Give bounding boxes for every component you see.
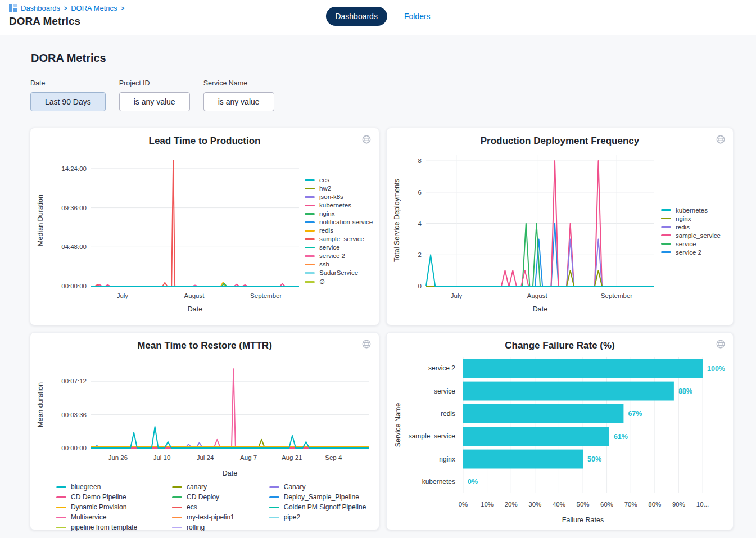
svg-text:67%: 67% [628,410,642,418]
legend-item[interactable]: redis [661,224,721,230]
legend-item[interactable]: ecs [172,503,234,511]
svg-text:Median Duration: Median Duration [37,195,44,246]
legend-label: service 2 [676,249,701,256]
legend-swatch [56,527,66,528]
legend-item[interactable]: pipeline from template [56,523,137,531]
legend-label: CD Demo Pipeline [71,493,126,501]
svg-text:Aug 7: Aug 7 [240,454,257,461]
lead-time-chart: 00:00:0004:48:0009:36:0014:24:00JulyAugu… [35,147,304,315]
legend-item[interactable]: hw2 [305,185,373,192]
legend-swatch [305,230,315,232]
legend-item[interactable]: sample_service [661,232,721,239]
svg-text:60%: 60% [600,501,613,508]
svg-text:Date: Date [223,469,237,477]
tab-dashboards[interactable]: Dashboards [325,7,387,26]
legend-item[interactable]: Dynamic Provision [56,503,137,511]
deployment-frequency-legend: kubernetesnginxredissample_serviceservic… [661,207,721,256]
legend-item[interactable]: ∅ [305,278,373,286]
legend-item[interactable]: service 2 [661,249,721,256]
legend-swatch [305,238,315,240]
breadcrumb-link-dora-metrics[interactable]: DORA Metrics [71,4,117,12]
legend-swatch [269,486,279,488]
legend-label: service 2 [319,252,345,259]
filter-project-id-label: Project ID [119,79,190,87]
legend-item[interactable]: Golden PM Signoff Pipeline [269,503,366,511]
svg-text:61%: 61% [614,433,628,441]
legend-label: service [676,241,696,247]
legend-item[interactable]: pipe2 [269,513,366,521]
filter-service-name-label: Service Name [203,79,274,87]
view-tabs: Dashboards Folders [325,7,430,26]
legend-item[interactable]: service 2 [305,252,373,259]
legend-item[interactable]: service [305,244,373,251]
legend-label: sample_service [319,236,364,242]
svg-text:8: 8 [418,157,422,164]
legend-item[interactable]: CD Deploy [172,493,234,501]
legend-swatch [305,196,315,198]
legend-item[interactable]: json-k8s [305,193,373,200]
svg-text:Service Name: Service Name [394,403,402,447]
legend-item[interactable]: nginx [305,210,373,217]
legend-label: nginx [676,215,691,222]
legend-label: Golden PM Signoff Pipeline [284,503,366,511]
mttr-title: Mean Time to Restore (MTTR) [35,340,374,351]
filter-service-name-value[interactable]: is any value [203,92,274,111]
legend-item[interactable]: ecs [305,177,373,183]
legend-swatch [305,272,315,274]
cards-grid: Lead Time to Production 00:00:0004:48:00… [30,128,726,530]
legend-item[interactable]: CD Demo Pipeline [56,493,137,501]
legend-item[interactable]: Multiservice [56,513,137,521]
svg-text:50%: 50% [587,455,601,463]
legend-label: canary [187,483,207,491]
svg-text:40%: 40% [553,501,565,508]
legend-item[interactable]: rolling [172,523,234,531]
legend-swatch [56,517,66,518]
legend-label: kubernetes [319,202,351,209]
legend-item[interactable]: sample_service [305,236,373,242]
legend-label: redis [319,227,333,234]
legend-label: sample_service [676,232,721,239]
legend-item[interactable]: kubernetes [305,202,373,209]
legend-label: redis [676,224,690,230]
legend-label: nginx [319,210,335,217]
filter-project-id-value[interactable]: is any value [119,92,190,111]
tab-folders[interactable]: Folders [404,12,431,21]
legend-item[interactable]: canary [172,483,234,491]
svg-text:July: July [117,292,129,299]
legend-item[interactable]: Canary [269,483,366,491]
legend-item[interactable]: notification-service [305,219,373,225]
legend-item[interactable]: redis [305,227,373,234]
svg-text:September: September [601,292,632,299]
globe-icon [361,134,372,144]
filter-date-label: Date [30,79,106,87]
svg-text:nginx: nginx [439,455,455,463]
legend-label: ∅ [319,278,325,286]
legend-label: Canary [284,483,306,491]
legend-label: CD Deploy [187,493,219,501]
legend-item[interactable]: bluegreen [56,483,137,491]
legend-item[interactable]: service [661,241,721,247]
legend-item[interactable]: nginx [661,215,721,222]
legend-swatch [305,281,315,283]
filter-service-name: Service Name is any value [203,79,274,111]
legend-swatch [661,226,671,228]
filter-date-value[interactable]: Last 90 Days [30,92,106,111]
legend-label: ecs [319,177,329,183]
legend-label: kubernetes [676,207,708,214]
legend-item[interactable]: SudarService [305,269,373,276]
filters-bar: Date Last 90 Days Project ID is any valu… [30,79,726,111]
legend-label: my-test-pipelin1 [187,513,234,521]
svg-text:09:36:00: 09:36:00 [61,205,87,211]
legend-swatch [305,247,315,248]
legend-item[interactable]: Deploy_Sample_Pipeline [269,493,366,501]
svg-text:14:24:00: 14:24:00 [61,165,87,172]
svg-text:04:48:00: 04:48:00 [61,243,87,250]
legend-swatch [661,218,671,219]
svg-text:00:00:00: 00:00:00 [61,445,87,451]
legend-item[interactable]: my-test-pipelin1 [172,513,234,521]
legend-item[interactable]: ssh [305,261,373,268]
svg-text:Failure Rates: Failure Rates [562,516,604,524]
breadcrumb-link-dashboards[interactable]: Dashboards [21,4,60,12]
legend-item[interactable]: kubernetes [661,207,721,214]
svg-text:70%: 70% [624,501,637,508]
